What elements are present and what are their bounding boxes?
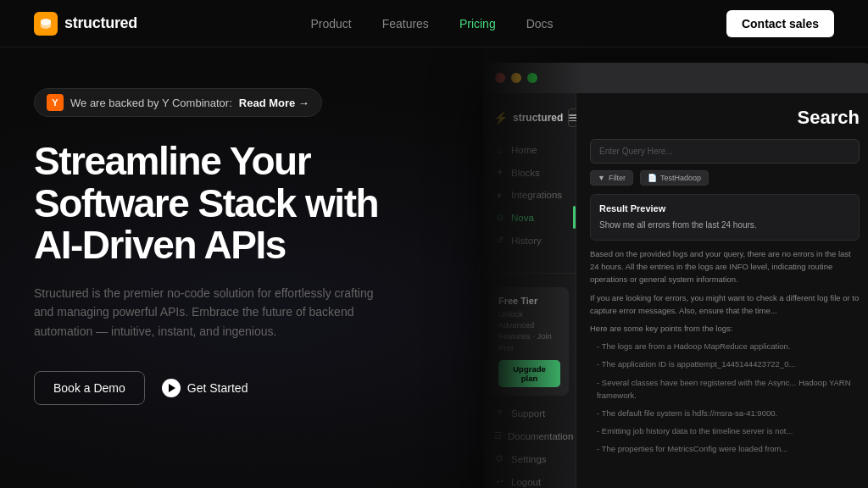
window-close-dot — [495, 73, 505, 83]
nova-icon: ⊙ — [493, 212, 505, 223]
hero-section: Y We are backed by Y Combinator: Read Mo… — [0, 47, 483, 488]
sidebar-home-label: Home — [511, 145, 537, 155]
nav-pricing[interactable]: Pricing — [459, 17, 496, 30]
result-preview-title: Result Preview — [599, 203, 850, 214]
result-bullet-5: - Emitting job history data to the timel… — [597, 424, 860, 437]
window-maximize-dot — [527, 73, 537, 83]
cta-row: Book a Demo Get Started — [34, 371, 449, 405]
app-preview: ⚡ structured ⌂ Home ✦ — [483, 47, 868, 488]
free-tier-card: Free Tier Unlock Advanced Features · Joi… — [490, 287, 569, 396]
get-started-button[interactable]: Get Started — [162, 379, 248, 397]
nav-docs[interactable]: Docs — [526, 17, 554, 30]
filter-label: Filter — [609, 174, 626, 182]
play-triangle — [169, 384, 175, 392]
app-window: ⚡ structured ⌂ Home ✦ — [483, 63, 868, 488]
yc-read-more[interactable]: Read More → — [239, 97, 309, 109]
settings-icon: ⚙ — [493, 453, 505, 464]
logout-icon: ↩ — [493, 476, 505, 487]
result-text2: If you are looking for errors, you might… — [590, 291, 860, 317]
logo: structured — [34, 12, 137, 36]
sidebar-item-logout[interactable]: ↩ Logout — [483, 470, 576, 488]
filter-tag[interactable]: ▼ Filter — [590, 170, 633, 186]
upgrade-plan-button[interactable]: Upgrade plan — [498, 360, 560, 387]
search-heading: Search — [590, 107, 860, 129]
documentation-icon: ☰ — [493, 430, 502, 441]
result-bullet-1: - The logs are from a Hadoop MapReduce a… — [597, 340, 860, 352]
book-demo-button[interactable]: Book a Demo — [34, 371, 145, 405]
test-hadoop-label: TestHadoop — [660, 174, 701, 182]
result-content: Based on the provided logs and your quer… — [590, 247, 860, 455]
sidebar-bottom: Free Tier Unlock Advanced Features · Joi… — [483, 273, 576, 488]
test-hadoop-tag[interactable]: 📄 TestHadoop — [640, 170, 709, 186]
window-body: ⚡ structured ⌂ Home ✦ — [483, 93, 868, 488]
result-text1: Based on the provided logs and your quer… — [590, 247, 860, 286]
filter-row: ▼ Filter 📄 TestHadoop — [590, 170, 860, 186]
app-main-content: Search Enter Query Here... ▼ Filter 📄 Te… — [576, 93, 868, 488]
result-bullet-2: - The application ID is appattempt_14451… — [597, 358, 860, 370]
sidebar-settings-label: Settings — [511, 454, 547, 464]
sidebar-item-support[interactable]: ? Support — [483, 402, 576, 424]
result-bullet-3: - Several classes have been registered w… — [597, 376, 860, 402]
contact-sales-button[interactable]: Contact sales — [726, 10, 834, 37]
active-indicator — [573, 206, 576, 229]
nav-product[interactable]: Product — [310, 17, 351, 30]
yc-icon: Y — [47, 94, 64, 111]
headline-line2: Software Stack with — [34, 181, 378, 225]
hero-subtext: Structured is the premier no-code soluti… — [34, 284, 390, 341]
headline-line1: Streamline Your — [34, 139, 310, 183]
sidebar-logo-icon: ⚡ — [493, 111, 508, 125]
headline-line3: AI-Driven APIs — [34, 223, 286, 267]
sidebar-item-documentation[interactable]: ☰ Documentation — [483, 424, 576, 447]
sidebar-nova-label: Nova — [511, 213, 534, 223]
sidebar-logo-text: structured — [513, 112, 563, 124]
sidebar-item-integrations[interactable]: ♦ Integrations — [483, 184, 576, 206]
result-bullet-6: - The properties for MetricsConfig were … — [597, 442, 860, 455]
sidebar-item-nova[interactable]: ⊙ Nova — [483, 206, 576, 229]
get-started-label: Get Started — [187, 381, 248, 395]
sidebar-integrations-label: Integrations — [511, 190, 562, 200]
result-preview-box: Result Preview Show me all errors from t… — [590, 194, 860, 241]
sidebar-item-blocks[interactable]: ✦ Blocks — [483, 161, 576, 184]
home-icon: ⌂ — [493, 145, 505, 155]
window-titlebar — [483, 63, 868, 93]
sidebar-logout-label: Logout — [511, 477, 541, 487]
logo-text: structured — [64, 14, 137, 32]
free-tier-title: Free Tier — [498, 296, 560, 306]
sidebar-history-label: History — [511, 236, 542, 246]
free-tier-desc: Unlock Advanced Features · Join Pro! — [498, 308, 560, 353]
integrations-icon: ♦ — [493, 190, 505, 200]
window-minimize-dot — [511, 73, 521, 83]
result-points-title: Here are some key points from the logs: — [590, 322, 860, 335]
history-icon: ↺ — [493, 235, 505, 246]
play-icon — [162, 379, 181, 397]
sidebar-item-history[interactable]: ↺ History — [483, 229, 576, 252]
query-input-display[interactable]: Enter Query Here... — [590, 139, 860, 164]
yc-badge: Y We are backed by Y Combinator: Read Mo… — [34, 88, 322, 117]
sidebar-item-settings[interactable]: ⚙ Settings — [483, 447, 576, 470]
result-bullet-4: - The default file system is hdfs://msra… — [597, 407, 860, 419]
main-content: Y We are backed by Y Combinator: Read Mo… — [0, 47, 868, 488]
file-icon: 📄 — [648, 174, 657, 182]
result-preview-query: Show me all errors from the last 24 hour… — [599, 219, 850, 231]
app-sidebar: ⚡ structured ⌂ Home ✦ — [483, 93, 576, 488]
sidebar-documentation-label: Documentation — [508, 431, 573, 441]
sidebar-blocks-label: Blocks — [511, 168, 540, 178]
filter-icon: ▼ — [598, 174, 605, 182]
sidebar-item-home[interactable]: ⌂ Home — [483, 139, 576, 161]
header: structured Product Features Pricing Docs… — [0, 0, 868, 47]
nav-features[interactable]: Features — [382, 17, 429, 30]
sidebar-support-label: Support — [511, 408, 545, 419]
main-nav: Product Features Pricing Docs — [310, 17, 553, 30]
headline: Streamline Your Software Stack with AI-D… — [34, 141, 449, 267]
yc-text: We are backed by Y Combinator: — [70, 97, 232, 109]
blocks-icon: ✦ — [493, 167, 505, 178]
support-icon: ? — [493, 408, 505, 419]
sidebar-logo: ⚡ structured — [483, 103, 576, 139]
